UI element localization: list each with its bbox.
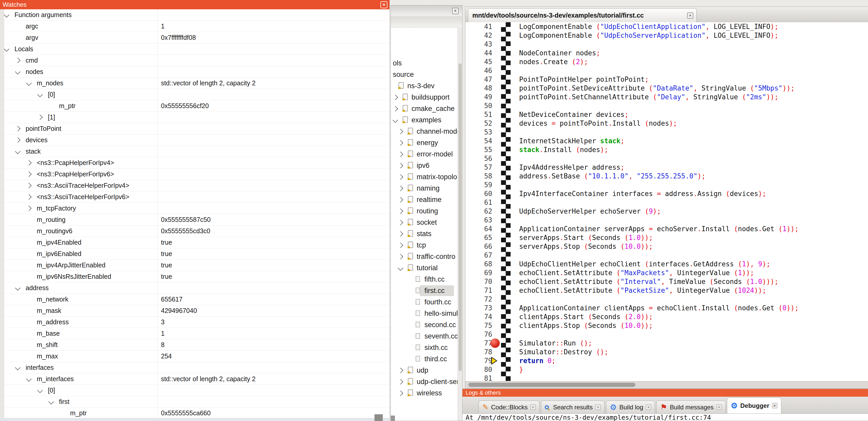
close-icon[interactable]: × — [380, 1, 388, 8]
watch-row[interactable]: pointToPoint — [0, 123, 390, 134]
chevron-down-icon[interactable] — [4, 12, 9, 18]
chevron-right-icon[interactable] — [398, 163, 403, 168]
line-number[interactable]: 41 — [465, 22, 492, 31]
chevron-down-icon[interactable] — [15, 285, 21, 291]
watch-row[interactable]: <ns3::AsciiTraceHelperForIpv6> — [0, 191, 390, 203]
tree-item[interactable]: naming — [391, 183, 458, 194]
chevron-right-icon[interactable] — [26, 160, 32, 165]
line-number[interactable]: 48 — [465, 84, 492, 93]
watch-row[interactable]: m_tcpFactory — [0, 203, 390, 214]
line-number[interactable]: 74 — [465, 313, 492, 321]
watch-row[interactable]: cmd — [0, 55, 390, 66]
line-number[interactable]: 50 — [465, 101, 492, 110]
line-number[interactable]: 60 — [465, 189, 492, 198]
chevron-right-icon[interactable] — [398, 390, 403, 396]
watch-row[interactable]: m_ptr0x55555556cf20 — [0, 100, 390, 112]
watch-row[interactable]: m_address3 — [0, 317, 390, 328]
tree-item[interactable]: seventh.cc — [391, 330, 458, 342]
chevron-right-icon[interactable] — [398, 368, 403, 373]
chevron-right-icon[interactable] — [26, 194, 32, 200]
log-tab-build-log[interactable]: ⚙Build log× — [606, 400, 655, 414]
tree-item[interactable]: stats — [391, 228, 458, 239]
watch-row[interactable]: argv0x7fffffffdf08 — [0, 32, 390, 43]
chevron-down-icon[interactable] — [15, 365, 21, 370]
chevron-down-icon[interactable] — [26, 376, 32, 382]
line-number[interactable]: 76 — [465, 330, 492, 339]
watch-row[interactable]: stack — [0, 146, 390, 157]
watch-row[interactable]: interfaces — [0, 362, 390, 374]
log-tab-code-blocks[interactable]: ✎Code::Blocks× — [478, 400, 539, 414]
line-number[interactable]: 72 — [465, 295, 492, 303]
line-number[interactable]: 67 — [465, 251, 492, 260]
chevron-down-icon[interactable] — [26, 80, 32, 86]
chevron-down-icon[interactable] — [398, 265, 403, 271]
chevron-down-icon[interactable] — [15, 149, 21, 154]
watch-row[interactable]: devices — [0, 134, 390, 146]
tree-item[interactable]: realtime — [391, 194, 458, 205]
tree-item[interactable]: udp-client-ser — [391, 376, 458, 387]
tree-item[interactable]: third.cc — [391, 353, 458, 365]
chevron-right-icon[interactable] — [398, 231, 403, 237]
line-number[interactable]: 66 — [465, 242, 492, 251]
watch-row[interactable]: m_max254 — [0, 351, 390, 362]
line-number[interactable]: 63 — [465, 216, 492, 224]
tree-item[interactable]: source — [391, 69, 458, 80]
scrollbar-thumb[interactable] — [459, 63, 462, 371]
line-number[interactable]: 79 — [465, 356, 492, 365]
tree-item[interactable]: ols — [391, 57, 458, 69]
chevron-down-icon[interactable] — [37, 92, 43, 97]
line-number[interactable]: 56 — [465, 154, 492, 163]
tree-item[interactable]: channel-mode — [391, 126, 458, 137]
line-number[interactable]: 45 — [465, 57, 492, 66]
tree-item[interactable]: error-model — [391, 149, 458, 160]
watch-row[interactable]: m_mask4294967040 — [0, 305, 390, 317]
watch-row[interactable]: m_routing0x555555587c50 — [0, 214, 390, 226]
log-tab-search-results[interactable]: Search results× — [541, 400, 604, 414]
line-number[interactable]: 81 — [465, 374, 492, 382]
line-number[interactable]: 57 — [465, 163, 492, 172]
watches-column-divider[interactable] — [157, 9, 158, 418]
line-number[interactable]: 51 — [465, 110, 492, 119]
line-number[interactable]: 78 — [465, 348, 492, 356]
watch-row[interactable]: first — [0, 396, 390, 408]
watch-row[interactable]: m_ipv6Enabledtrue — [0, 248, 390, 260]
line-number[interactable]: 55 — [465, 145, 492, 154]
chevron-right-icon[interactable] — [15, 137, 21, 143]
watch-row[interactable]: <ns3::PcapHelperForIpv6> — [0, 169, 390, 180]
line-number[interactable]: 42 — [465, 31, 492, 40]
chevron-down-icon[interactable] — [4, 46, 9, 52]
chevron-down-icon[interactable] — [393, 118, 398, 123]
log-tab-build-messages[interactable]: ⚑Build messages× — [656, 400, 725, 414]
watches-resize-grip[interactable] — [374, 414, 383, 421]
tree-item[interactable]: fourth.cc — [391, 296, 458, 308]
chevron-right-icon[interactable] — [26, 183, 32, 188]
line-number[interactable]: 44 — [465, 48, 492, 57]
close-icon[interactable]: × — [452, 8, 459, 14]
tree-item[interactable]: first.cc — [391, 285, 458, 296]
watch-row[interactable]: m_ipv4Enabledtrue — [0, 237, 390, 248]
close-icon[interactable]: × — [687, 12, 693, 19]
tree-item[interactable]: hello-simul — [391, 308, 458, 319]
tree-item[interactable]: second.cc — [391, 319, 458, 330]
breakpoint-marker[interactable] — [490, 338, 500, 348]
chevron-right-icon[interactable] — [398, 197, 403, 202]
line-number[interactable]: 59 — [465, 181, 492, 189]
chevron-down-icon[interactable] — [49, 399, 54, 404]
chevron-right-icon[interactable] — [393, 95, 398, 100]
close-icon[interactable]: × — [595, 404, 601, 410]
close-icon[interactable]: × — [716, 404, 722, 410]
watch-row[interactable]: <ns3::PcapHelperForIpv4> — [0, 157, 390, 169]
chevron-right-icon[interactable] — [26, 205, 32, 211]
watch-row[interactable]: m_ipv4ArpJitterEnabledtrue — [0, 260, 390, 271]
watch-row[interactable]: m_shift8 — [0, 339, 390, 351]
tree-item[interactable]: routing — [391, 205, 458, 217]
editor-tab-first-cc[interactable]: mnt/dev/tools/source/ns-3-dev/examples/t… — [468, 8, 697, 22]
line-number[interactable]: 43 — [465, 40, 492, 48]
projects-vscrollbar[interactable] — [458, 27, 462, 421]
line-number[interactable]: 65 — [465, 233, 492, 242]
watch-row[interactable]: m_interfacesstd::vector of length 2, cap… — [0, 374, 390, 385]
line-number[interactable]: 54 — [465, 136, 492, 145]
line-number[interactable]: 61 — [465, 198, 492, 207]
projects-panel-header[interactable]: × — [391, 5, 462, 27]
log-tab-debugger[interactable]: ⚙Debugger× — [727, 397, 781, 414]
